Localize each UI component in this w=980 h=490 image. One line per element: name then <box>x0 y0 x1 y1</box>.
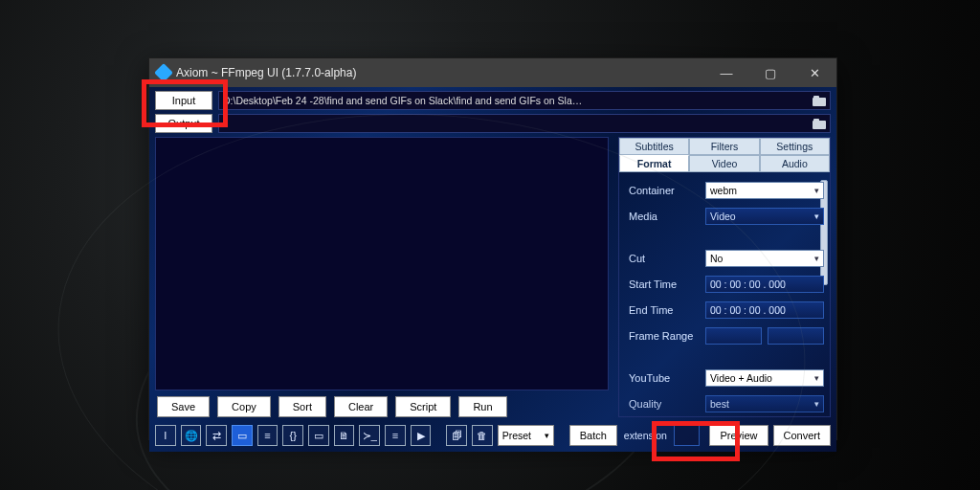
frame-range-row: Frame Range <box>629 327 824 345</box>
frame-start-input[interactable] <box>705 327 762 345</box>
media-row: Media Video <box>629 208 824 225</box>
cut-dropdown[interactable]: No <box>705 250 824 267</box>
input-path-text: D:\Desktop\Feb 24 -28\find and send GIFs… <box>223 95 582 106</box>
lines-icon[interactable]: ≡ <box>385 425 406 446</box>
cut-row: Cut No <box>629 250 824 267</box>
youtube-label: YouTube <box>629 372 700 384</box>
container-label: Container <box>629 185 700 196</box>
tab-subtitles[interactable]: Subtitles <box>619 138 689 155</box>
preview-button[interactable]: Preview <box>709 425 768 446</box>
svg-rect-0 <box>813 98 826 106</box>
frame-end-input[interactable] <box>768 327 824 345</box>
tab-format[interactable]: Format <box>619 155 689 172</box>
batch-button[interactable]: Batch <box>569 425 617 446</box>
start-time-input[interactable]: 00 : 00 : 00 . 000 <box>705 276 824 293</box>
end-time-label: End Time <box>629 304 700 316</box>
action-row: Save Copy Sort Clear Script Run <box>155 396 609 417</box>
start-time-row: Start Time 00 : 00 : 00 . 000 <box>629 276 824 293</box>
bottom-toolbar: I 🌐 ⇄ ▭ ≡ {} ▭ 🗎 ≻_ ≡ ▶ 🗐 🗑 Preset Batch… <box>155 421 831 446</box>
frame-range-label: Frame Range <box>629 330 700 342</box>
clear-button[interactable]: Clear <box>334 396 388 417</box>
titlebar: Axiom ~ FFmpeg UI (1.7.7.0-alpha) — ▢ ✕ <box>149 58 836 87</box>
sort-button[interactable]: Sort <box>278 396 326 417</box>
convert-button[interactable]: Convert <box>773 425 832 446</box>
play-icon[interactable]: ▶ <box>411 425 432 446</box>
save-button[interactable]: Save <box>157 396 210 417</box>
web-icon[interactable]: 🌐 <box>181 425 202 446</box>
main-split: Save Copy Sort Clear Script Run Subtitle… <box>155 137 831 417</box>
output-button[interactable]: Output <box>155 114 212 133</box>
media-dropdown[interactable]: Video <box>705 208 824 225</box>
log-textbox[interactable] <box>155 137 609 390</box>
tabs-row-1: Subtitles Filters Settings <box>619 138 830 155</box>
list-icon[interactable]: ≡ <box>257 425 278 446</box>
tab-audio[interactable]: Audio <box>760 155 830 172</box>
media-label: Media <box>629 211 700 222</box>
copy-icon[interactable]: 🗐 <box>446 425 467 446</box>
preset-dropdown[interactable]: Preset <box>498 425 554 446</box>
doc-icon[interactable]: 🗎 <box>334 425 355 446</box>
container-dropdown[interactable]: webm <box>705 182 824 199</box>
open-output-icon[interactable] <box>813 118 826 129</box>
svg-rect-2 <box>813 121 826 129</box>
svg-rect-1 <box>813 96 819 99</box>
copy-button[interactable]: Copy <box>217 396 271 417</box>
quality-label: Quality <box>629 398 700 410</box>
quality-dropdown[interactable]: best <box>705 395 824 412</box>
cut-label: Cut <box>629 253 700 264</box>
window-icon[interactable]: ▭ <box>232 425 253 446</box>
svg-rect-3 <box>813 119 819 122</box>
trash-icon[interactable]: 🗑 <box>472 425 493 446</box>
window-title: Axiom ~ FFmpeg UI (1.7.7.0-alpha) <box>176 66 704 79</box>
app-icon <box>154 63 173 82</box>
close-button[interactable]: ✕ <box>792 58 836 87</box>
highlight-preview <box>652 421 740 461</box>
tabs-row-2: Format Video Audio <box>619 155 830 172</box>
output-path-field[interactable] <box>218 114 831 133</box>
left-pane: Save Copy Sort Clear Script Run <box>155 137 609 417</box>
youtube-row: YouTube Video + Audio <box>629 369 824 387</box>
output-row: Output <box>155 114 831 133</box>
tab-video[interactable]: Video <box>689 155 759 172</box>
rect-icon[interactable]: ▭ <box>308 425 329 446</box>
terminal-icon[interactable]: ≻_ <box>359 425 380 446</box>
input-button[interactable]: Input <box>155 91 212 110</box>
braces-icon[interactable]: {} <box>282 425 303 446</box>
swap-icon[interactable]: ⇄ <box>206 425 227 446</box>
input-row: Input D:\Desktop\Feb 24 -28\find and sen… <box>155 91 831 110</box>
input-path-field[interactable]: D:\Desktop\Feb 24 -28\find and send GIFs… <box>218 91 831 110</box>
start-time-label: Start Time <box>629 278 700 290</box>
extension-input[interactable] <box>674 425 701 446</box>
maximize-button[interactable]: ▢ <box>748 58 792 87</box>
minimize-button[interactable]: — <box>704 58 748 87</box>
client-area: Input D:\Desktop\Feb 24 -28\find and sen… <box>149 87 836 452</box>
container-row: Container webm <box>629 182 824 199</box>
run-button[interactable]: Run <box>458 396 506 417</box>
app-window: Axiom ~ FFmpeg UI (1.7.7.0-alpha) — ▢ ✕ … <box>148 57 837 440</box>
info-icon[interactable]: I <box>155 425 176 446</box>
youtube-dropdown[interactable]: Video + Audio <box>705 369 824 387</box>
tab-filters[interactable]: Filters <box>689 138 759 155</box>
script-button[interactable]: Script <box>395 396 451 417</box>
format-panel: Container webm Media Video Cut No Start … <box>619 172 830 416</box>
tab-settings[interactable]: Settings <box>760 138 830 155</box>
end-time-input[interactable]: 00 : 00 : 00 . 000 <box>705 301 824 319</box>
quality-row: Quality best <box>629 395 824 412</box>
open-file-icon[interactable] <box>813 95 826 106</box>
end-time-row: End Time 00 : 00 : 00 . 000 <box>629 301 824 319</box>
right-pane: Subtitles Filters Settings Format Video … <box>618 137 831 417</box>
extension-label: extension <box>622 430 669 441</box>
